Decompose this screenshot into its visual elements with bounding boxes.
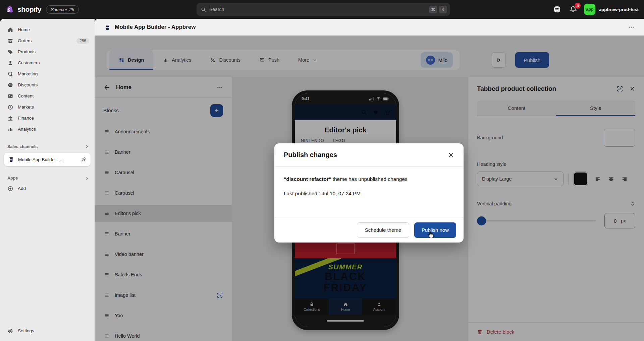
sidebar-item-mobile-app-builder[interactable]: </> Mobile App Builder - ... — [4, 153, 91, 166]
sidebar: Home Orders 256 Products Customers Marke… — [0, 19, 95, 341]
shopify-logo[interactable]: shopify — [6, 5, 41, 14]
pin-icon[interactable] — [81, 157, 87, 162]
shopify-bag-icon — [6, 5, 15, 14]
sidebar-item-customers[interactable]: Customers — [0, 57, 95, 68]
gear-icon — [7, 328, 13, 334]
sidebar-item-discounts[interactable]: Discounts — [0, 79, 95, 90]
markets-icon: $ — [7, 104, 13, 110]
sidebar-item-products[interactable]: Products — [0, 46, 95, 57]
modal-title: Publish changes — [284, 151, 337, 159]
sidebar-item-analytics[interactable]: Analytics — [0, 124, 95, 135]
svg-text:$: $ — [10, 106, 11, 109]
store-avatar: app — [584, 4, 595, 15]
sales-channels-section[interactable]: Sales channels — [0, 142, 95, 151]
cmd-keycap: ⌘ — [429, 6, 437, 13]
notifications-button[interactable]: 4 — [568, 4, 579, 15]
publish-now-button[interactable]: Publish now — [414, 222, 456, 238]
chevron-right-icon — [85, 176, 89, 181]
orders-icon — [7, 38, 13, 44]
orders-count-badge: 256 — [76, 38, 89, 44]
dev-mode-button[interactable] — [552, 4, 562, 15]
search-icon — [201, 7, 206, 12]
products-icon — [7, 49, 13, 55]
svg-text:</>: </> — [10, 159, 12, 160]
svg-text:</>: </> — [107, 27, 108, 28]
hand-cursor-icon — [427, 230, 435, 239]
sidebar-item-finance[interactable]: Finance — [0, 113, 95, 124]
store-name: appbrew-prod-test — [599, 7, 639, 12]
content-icon — [7, 93, 13, 99]
sidebar-item-add-app[interactable]: Add — [0, 183, 95, 194]
appbrew-cup-icon: </> — [104, 24, 111, 31]
notification-badge: 4 — [575, 3, 581, 9]
schedule-theme-button[interactable]: Schedule theme — [357, 222, 409, 238]
apps-section[interactable]: Apps — [0, 174, 95, 183]
search-placeholder: Search — [209, 7, 427, 12]
sidebar-item-home[interactable]: Home — [0, 24, 95, 35]
sidebar-item-content[interactable]: Content — [0, 90, 95, 101]
marketing-icon — [7, 71, 13, 77]
analytics-icon — [7, 126, 13, 132]
customers-icon — [7, 60, 13, 66]
discounts-icon — [7, 82, 13, 88]
shopify-wordmark: shopify — [17, 5, 41, 13]
sidebar-item-orders[interactable]: Orders 256 — [0, 35, 95, 46]
sidebar-item-marketing[interactable]: Marketing — [0, 68, 95, 79]
plus-circle-icon — [7, 186, 13, 192]
publish-changes-modal: Publish changes "discount refactor" them… — [274, 143, 464, 243]
sidebar-item-markets[interactable]: $ Markets — [0, 101, 95, 113]
topbar: shopify Summer ’25 Search ⌘ K 4 app appb… — [0, 0, 644, 19]
finance-icon — [7, 115, 13, 121]
app-header: </> Mobile App Builder - Appbrew — [95, 19, 644, 36]
search-input[interactable]: Search ⌘ K — [197, 3, 450, 16]
last-published-text: Last published : Jul 10, 07:24 PM — [284, 191, 454, 197]
sidebar-item-settings[interactable]: Settings — [0, 325, 95, 336]
topbar-actions: 4 app appbrew-prod-test — [552, 0, 639, 19]
k-keycap: K — [439, 6, 447, 13]
header-overflow-menu[interactable] — [628, 24, 635, 30]
close-icon[interactable] — [448, 152, 454, 158]
home-icon — [7, 27, 13, 33]
store-menu[interactable]: app appbrew-prod-test — [584, 4, 639, 15]
appbrew-cup-icon: </> — [8, 156, 14, 163]
release-badge: Summer ’25 — [46, 5, 79, 14]
chevron-right-icon — [85, 144, 89, 149]
unpublished-changes-text: "discount refactor" theme has unpublishe… — [284, 176, 454, 182]
page-title: Mobile App Builder - Appbrew — [115, 24, 196, 30]
